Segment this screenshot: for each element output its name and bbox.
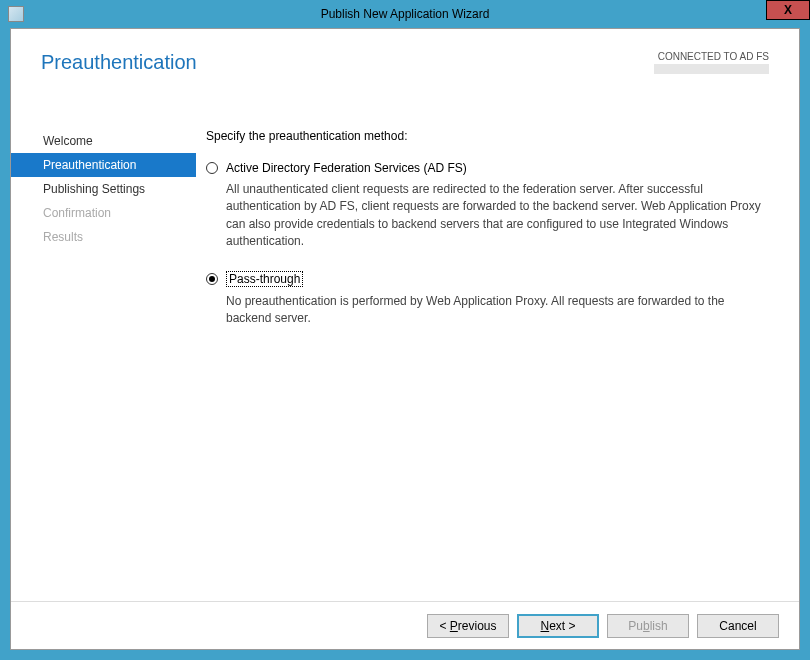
sidebar-item-confirmation: Confirmation	[11, 201, 196, 225]
option-passthrough-description: No preauthentication is performed by Web…	[226, 293, 771, 328]
connected-server-placeholder	[654, 64, 769, 74]
titlebar: Publish New Application Wizard X	[0, 0, 810, 28]
page-title: Preauthentication	[41, 51, 197, 74]
connected-label: CONNECTED TO AD FS	[654, 51, 769, 62]
option-passthrough: Pass-through No preauthentication is per…	[206, 271, 771, 328]
button-bar: < Previous Next > Publish Cancel	[11, 601, 799, 649]
content-panel: Specify the preauthentication method: Ac…	[196, 119, 799, 599]
radio-adfs-label[interactable]: Active Directory Federation Services (AD…	[226, 161, 467, 175]
option-adfs-description: All unauthenticated client requests are …	[226, 181, 771, 251]
window-title: Publish New Application Wizard	[0, 7, 810, 21]
instruction-text: Specify the preauthentication method:	[206, 129, 771, 143]
radio-adfs[interactable]	[206, 162, 218, 174]
radio-passthrough-label[interactable]: Pass-through	[226, 271, 303, 287]
window-frame: Publish New Application Wizard X Preauth…	[0, 0, 810, 660]
sidebar-item-welcome[interactable]: Welcome	[11, 129, 196, 153]
header-area: Preauthentication CONNECTED TO AD FS	[11, 29, 799, 86]
radio-passthrough[interactable]	[206, 273, 218, 285]
next-button[interactable]: Next >	[517, 614, 599, 638]
cancel-button[interactable]: Cancel	[697, 614, 779, 638]
wizard-panel: Preauthentication CONNECTED TO AD FS Wel…	[10, 28, 800, 650]
close-button[interactable]: X	[766, 0, 810, 20]
sidebar-item-publishing-settings[interactable]: Publishing Settings	[11, 177, 196, 201]
publish-button: Publish	[607, 614, 689, 638]
option-adfs: Active Directory Federation Services (AD…	[206, 161, 771, 251]
sidebar-item-results: Results	[11, 225, 196, 249]
app-icon	[8, 6, 24, 22]
connection-status: CONNECTED TO AD FS	[654, 51, 769, 76]
wizard-steps-sidebar: Welcome Preauthentication Publishing Set…	[11, 119, 196, 599]
sidebar-item-preauthentication[interactable]: Preauthentication	[11, 153, 196, 177]
body-area: Welcome Preauthentication Publishing Set…	[11, 119, 799, 599]
previous-button[interactable]: < Previous	[427, 614, 509, 638]
